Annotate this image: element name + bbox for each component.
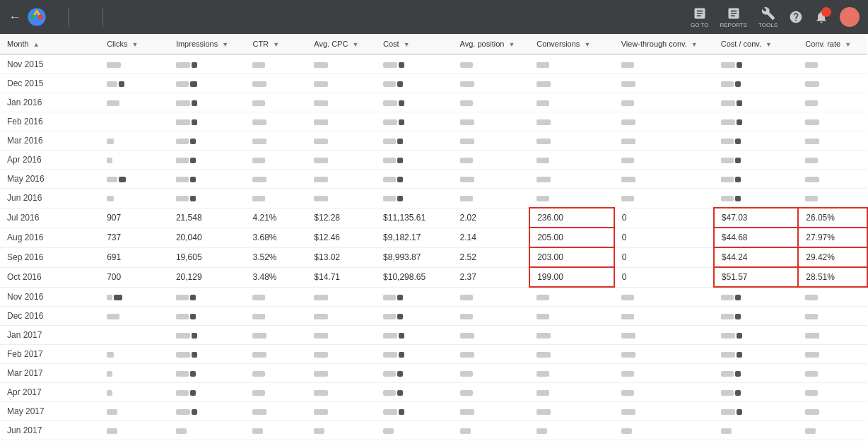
col-impressions[interactable]: Impressions ▼ (169, 34, 246, 54)
reports-nav[interactable]: REPORTS (720, 6, 747, 28)
cell-impressions (169, 383, 246, 402)
cell-cost: $11,135.61 (376, 208, 453, 228)
cell-conversions: 236.00 (529, 208, 614, 228)
col-avg-cpc[interactable]: Avg. CPC ▼ (307, 34, 376, 54)
reports-label: REPORTS (720, 22, 747, 28)
cell-month: Mar 2016 (0, 131, 100, 151)
table-row: Nov 2015 (0, 54, 867, 74)
table-header-row: Month ▲ Clicks ▼ Impressions ▼ CTR ▼ Avg… (0, 34, 867, 54)
avatar[interactable] (840, 7, 860, 27)
table-row: Jan 2016 (0, 93, 867, 112)
sort-arrow-avg-cpc: ▼ (352, 41, 358, 48)
cell-ctr (245, 307, 307, 326)
cell-avg-pos (453, 189, 530, 208)
col-avg-position[interactable]: Avg. position ▼ (453, 34, 530, 54)
cell-conversions (529, 112, 614, 131)
col-month[interactable]: Month ▲ (0, 34, 100, 54)
cell-ctr: 3.68% (245, 228, 307, 247)
cell-cost (376, 189, 453, 208)
table-row: Mar 2016 (0, 131, 867, 151)
back-icon[interactable]: ← (8, 10, 21, 25)
sort-arrow-impressions: ▼ (222, 41, 228, 48)
table-row: Apr 2017 (0, 383, 867, 402)
col-conversions[interactable]: Conversions ▼ (529, 34, 614, 54)
tools-nav[interactable]: TOOLS (758, 6, 778, 28)
cell-ctr (245, 54, 307, 74)
goto-icon (693, 6, 707, 20)
table-row: Jun 2017 (0, 421, 867, 440)
cell-impressions (169, 131, 246, 151)
col-ctr[interactable]: CTR ▼ (245, 34, 307, 54)
cell-conv-rate (798, 287, 867, 307)
cell-view-conv (614, 364, 714, 383)
reporting-table: Month ▲ Clicks ▼ Impressions ▼ CTR ▼ Avg… (0, 34, 868, 440)
table-row: May 2017 (0, 402, 867, 421)
col-view-conv[interactable]: View-through conv. ▼ (614, 34, 714, 54)
goto-nav[interactable]: GO TO (691, 6, 709, 28)
cell-month: Sep 2016 (0, 247, 100, 267)
table-row: May 2016 (0, 170, 867, 189)
cell-avg-pos (453, 345, 530, 364)
cell-cost-conv (714, 54, 798, 74)
help-button[interactable] (789, 10, 803, 24)
cell-impressions (169, 421, 246, 440)
cell-clicks (100, 402, 169, 421)
cell-conv-rate (798, 307, 867, 326)
cell-month: Dec 2015 (0, 74, 100, 93)
cell-avg-cpc (307, 364, 376, 383)
col-clicks[interactable]: Clicks ▼ (100, 34, 169, 54)
cell-avg-cpc: $13.02 (307, 247, 376, 267)
cell-ctr (245, 326, 307, 345)
cell-ctr (245, 189, 307, 208)
cell-conversions (529, 151, 614, 170)
col-cost[interactable]: Cost ▼ (376, 34, 453, 54)
cell-ctr (245, 170, 307, 189)
cell-avg-pos: 2.37 (453, 267, 530, 287)
col-conv-rate[interactable]: Conv. rate ▼ (798, 34, 867, 54)
cell-ctr (245, 93, 307, 112)
cell-cost (376, 131, 453, 151)
cell-view-conv (614, 421, 714, 440)
cell-avg-cpc (307, 74, 376, 93)
cell-conversions (529, 307, 614, 326)
cell-avg-pos (453, 364, 530, 383)
sort-arrow-view-conv: ▼ (691, 41, 698, 48)
cell-clicks (100, 326, 169, 345)
cell-conversions (529, 421, 614, 440)
header-divider (68, 7, 69, 27)
cell-avg-cpc (307, 151, 376, 170)
cell-cost-conv (714, 151, 798, 170)
cell-month: Mar 2017 (0, 364, 100, 383)
svg-point-2 (30, 15, 35, 20)
table-row: Jan 2017 (0, 326, 867, 345)
col-cost-conv[interactable]: Cost / conv. ▼ (714, 34, 798, 54)
cell-avg-cpc (307, 402, 376, 421)
cell-view-conv (614, 170, 714, 189)
cell-clicks (100, 93, 169, 112)
cell-cost: $10,298.65 (376, 267, 453, 287)
cell-avg-cpc (307, 326, 376, 345)
cell-impressions (169, 345, 246, 364)
cell-cost-conv: $47.03 (714, 208, 798, 228)
cell-cost (376, 287, 453, 307)
notifications-button[interactable] (814, 10, 828, 24)
cell-avg-cpc (307, 93, 376, 112)
table-row: Oct 201670020,1293.48%$14.71$10,298.652.… (0, 267, 867, 287)
cell-month: Apr 2017 (0, 383, 100, 402)
cell-ctr (245, 383, 307, 402)
cell-impressions (169, 307, 246, 326)
cell-ctr: 4.21% (245, 208, 307, 228)
cell-impressions (169, 112, 246, 131)
cell-conversions: 203.00 (529, 247, 614, 267)
cell-cost (376, 170, 453, 189)
cell-clicks (100, 287, 169, 307)
cell-avg-cpc: $14.71 (307, 267, 376, 287)
cell-cost: $8,993.87 (376, 247, 453, 267)
cell-clicks (100, 151, 169, 170)
cell-avg-cpc (307, 421, 376, 440)
cell-clicks (100, 170, 169, 189)
cell-conv-rate (798, 151, 867, 170)
cell-avg-pos (453, 421, 530, 440)
cell-conv-rate (798, 345, 867, 364)
cell-cost (376, 326, 453, 345)
